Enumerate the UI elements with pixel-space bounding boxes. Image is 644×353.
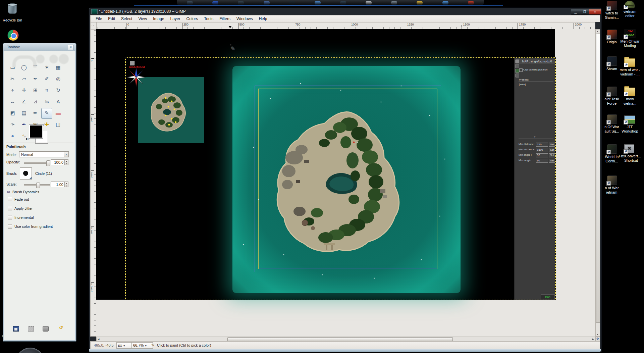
brush-name[interactable]: Circle (11) [35, 171, 52, 175]
blur-sharpen-tool[interactable]: ● [7, 131, 18, 142]
scale-slider-thumb[interactable] [36, 183, 40, 188]
scale-slider[interactable] [24, 184, 50, 186]
save-options-icon[interactable] [13, 326, 19, 332]
pencil-tool[interactable]: ✏ [30, 108, 41, 119]
vertical-scroll-thumb[interactable] [596, 34, 600, 323]
checkbox-incremental[interactable]: Incremental [8, 215, 34, 219]
menu-edit[interactable]: Edit [105, 16, 118, 22]
dock-icon-10[interactable] [417, 1, 423, 5]
dock-icon-9[interactable] [391, 1, 397, 5]
canvas-viewport[interactable]: undefined MAP : single/tazmodz/0 Clip ca… [96, 29, 595, 337]
rotate-tool[interactable]: ↻ [53, 85, 64, 96]
opacity-slider[interactable] [24, 162, 50, 164]
checkbox-box[interactable] [8, 206, 12, 210]
dock-icon-11[interactable] [442, 1, 448, 5]
dock-icon-3[interactable] [238, 1, 244, 5]
desktop-icon-mow-vietnam-folder[interactable]: ↗mow vietna... [616, 88, 644, 106]
desktop-icon-men-of-war-vietnam-folder[interactable]: ↗men of war - vietnam - ... [616, 58, 644, 77]
desktop-icon-jtf-workshop[interactable]: ↗JTF Workshop [616, 115, 644, 134]
start-orb-partial[interactable] [16, 348, 44, 353]
checkbox-use-color-from-gradient[interactable]: Use color from gradient [8, 224, 53, 229]
chrome-icon[interactable] [7, 30, 19, 41]
dock-icon-7[interactable] [340, 1, 346, 5]
vertical-ruler[interactable]: 02 5 05 0 07 5 01 0 0 0 [90, 29, 96, 337]
menu-colors[interactable]: Colors [183, 16, 201, 22]
toolbox-close-icon[interactable]: ✕ [68, 45, 73, 50]
free-select-tool[interactable]: ⌒ [30, 62, 41, 73]
set-button[interactable]: Set [549, 153, 555, 157]
perspective-clone-tool[interactable]: ◫ [53, 119, 64, 130]
airbrush-tool[interactable]: ✑ [7, 119, 18, 130]
fuzzy-select-tool[interactable]: ✶ [41, 62, 52, 73]
measure-tool[interactable]: ⌖ [7, 85, 18, 96]
opacity-value[interactable]: 100.0 [51, 159, 65, 165]
mode-dropdown-arrow-icon[interactable]: ▼ [64, 151, 69, 157]
canvas-navigation-button[interactable]: ✥ [595, 337, 600, 341]
unit-dropdown[interactable]: px ▼ [116, 342, 133, 349]
dock-icon-5[interactable] [289, 1, 295, 5]
brush-preview-button[interactable] [20, 167, 32, 180]
scroll-down-arrow[interactable]: ▼ [596, 333, 599, 336]
set-button[interactable]: Set [549, 159, 555, 163]
crop-tool[interactable]: ⌗ [41, 85, 52, 96]
scale-value[interactable]: 1.00 [51, 182, 65, 187]
blend-tool[interactable]: ▤ [18, 108, 30, 119]
align-tool[interactable]: ⊞ [30, 85, 41, 96]
desktop-icon-men-of-war-vietnam[interactable]: ↗n of War ietnam [598, 175, 626, 195]
bucket-fill-tool[interactable]: ◩ [7, 108, 18, 119]
color-picker-tool[interactable]: ✐ [41, 74, 52, 85]
field-input[interactable]: 1600 [536, 148, 548, 152]
gimp-titlebar[interactable]: *Untitled-1.0 (RGB, 2 layers) 1920x1080 … [89, 8, 601, 15]
menu-file[interactable]: File [93, 16, 105, 22]
zoom-dropdown[interactable]: 66.7% ▼ [131, 342, 153, 349]
scroll-up-arrow[interactable]: ▲ [596, 30, 599, 33]
panel-tool-icon-4[interactable] [515, 73, 519, 78]
paths-tool[interactable]: ✒ [30, 74, 41, 85]
field-input[interactable]: 60 [536, 159, 548, 163]
ruler-corner-button[interactable] [90, 22, 96, 29]
close-button[interactable]: ✕ [589, 9, 601, 15]
desktop-icon-vietnam-editor[interactable]: ↗vietnam editor [616, 1, 644, 18]
set-button[interactable]: Set [549, 148, 555, 152]
dock-icon-1[interactable] [187, 1, 193, 5]
menu-windows[interactable]: Windows [233, 16, 256, 22]
opacity-slider-thumb[interactable] [46, 160, 50, 166]
desktop-icon-recycle-bin[interactable]: Recycle Bin [2, 0, 23, 27]
brush-dynamics-label[interactable]: Brush Dynamics [12, 190, 39, 194]
delete-options-icon[interactable] [43, 326, 49, 332]
desktop-icon-fbxconverter-shortcut[interactable]: ✕↗FbxConvert... - Shortcut [616, 144, 644, 163]
ellipse-select-tool[interactable]: ◯ [18, 62, 30, 73]
checkbox-fade-out[interactable]: Fade out [8, 197, 29, 201]
mode-dropdown[interactable]: Normal [19, 151, 64, 157]
dock-icon-12[interactable] [468, 1, 474, 5]
checkbox-box[interactable] [8, 224, 12, 229]
field-input[interactable]: 32 [536, 153, 548, 157]
default-colors-icon[interactable]: ◧ [26, 137, 29, 141]
scroll-left-arrow[interactable]: ◀ [98, 338, 99, 341]
menu-image[interactable]: Image [150, 16, 167, 22]
brush-dynamics-expander-icon[interactable]: ⊞ [7, 190, 10, 194]
edited-image[interactable]: undefined MAP : single/tazmodz/0 Clip ca… [126, 58, 555, 300]
color-area[interactable]: ⇄ ◧ [26, 124, 50, 145]
menu-tools[interactable]: Tools [201, 16, 216, 22]
panel-tool-icon-2[interactable] [515, 64, 519, 68]
scissors-select-tool[interactable]: ✂ [7, 74, 18, 85]
select-by-color-tool[interactable]: ▦ [53, 62, 64, 73]
menu-view[interactable]: View [135, 16, 150, 22]
fields-section-toggle[interactable]: ? [534, 136, 535, 139]
panel-tool-icon-3[interactable] [515, 69, 519, 73]
horizontal-ruler[interactable]: 025050075010001250150017502000 [96, 22, 595, 29]
swap-colors-icon[interactable]: ⇄ [43, 122, 45, 126]
menu-filters[interactable]: Filters [216, 16, 233, 22]
foreground-color-swatch[interactable] [29, 125, 43, 138]
dock-icon-8[interactable] [366, 1, 372, 5]
field-input[interactable]: 750 [536, 143, 548, 147]
checkbox-box[interactable] [8, 197, 12, 201]
maximize-button[interactable]: ❐ [580, 9, 589, 15]
opacity-spinner[interactable]: ▲▼ [65, 159, 68, 165]
dock-icon-2[interactable] [212, 1, 218, 5]
scale-tool[interactable]: ↔ [7, 97, 18, 107]
flip-tool[interactable]: ⇋ [41, 97, 52, 107]
minimize-button[interactable]: ▁ [571, 9, 580, 15]
move-tool[interactable]: ✛ [18, 85, 30, 96]
